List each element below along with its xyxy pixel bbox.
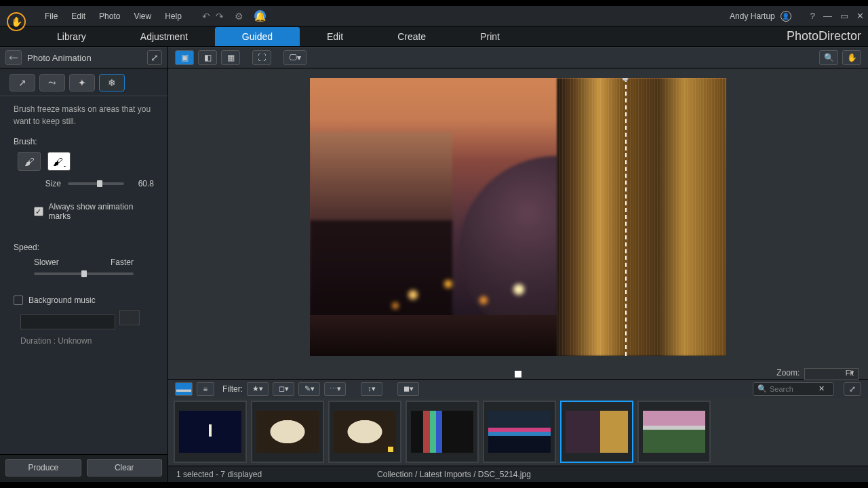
tab-library[interactable]: Library <box>30 27 113 46</box>
thumbnail-selected[interactable] <box>560 401 633 463</box>
thumbnail[interactable] <box>328 401 401 463</box>
search-input[interactable] <box>770 385 816 393</box>
view-compare-icon[interactable]: ◧ <box>198 50 217 65</box>
undo-icon[interactable]: ↶ <box>202 11 210 22</box>
help-icon[interactable]: ? <box>810 11 815 21</box>
motion-arrow-tool[interactable]: ↗ <box>9 74 35 92</box>
clear-button[interactable]: Clear <box>87 459 163 476</box>
strip-undock-icon[interactable]: ⤢ <box>844 382 861 396</box>
label-color-icon[interactable]: ◼▾ <box>397 382 419 396</box>
user-avatar-icon[interactable]: 👤 <box>781 11 791 22</box>
canvas-area[interactable] <box>168 68 868 365</box>
size-label: Size <box>34 179 61 188</box>
freeze-mask-divider[interactable] <box>625 78 627 356</box>
menu-view[interactable]: View <box>127 9 158 24</box>
panel-back-button[interactable]: 🡐 <box>5 50 22 65</box>
brush-add-button[interactable]: 🖌 <box>18 152 41 171</box>
thumbnail[interactable] <box>174 401 247 463</box>
thumbnail[interactable] <box>251 401 324 463</box>
filter-rating-icon[interactable]: ★▾ <box>247 382 269 396</box>
tab-print[interactable]: Print <box>453 27 527 46</box>
filter-label: Filter: <box>222 384 243 394</box>
motion-curve-tool[interactable]: ⤳ <box>39 74 65 92</box>
brush-erase-button[interactable]: 🖌 <box>47 152 71 171</box>
tool-instruction: Brush freeze masks on areas that you wan… <box>0 96 167 131</box>
zoom-tool-icon[interactable]: 🔍 <box>819 50 838 65</box>
tab-adjustment[interactable]: Adjustment <box>113 27 215 46</box>
search-icon: 🔍 <box>757 384 767 393</box>
anchor-tool[interactable]: ✦ <box>69 74 95 92</box>
app-brand: PhotoDirector <box>787 29 868 43</box>
filmstrip-toolbar: ▬▬ ≡ Filter: ★▾ ◻▾ ✎▾ ⋯▾ ↕▾ ◼▾ 🔍 ✕ ⤢ <box>168 379 868 398</box>
close-icon[interactable]: ✕ <box>856 11 864 21</box>
redo-icon[interactable]: ↷ <box>216 11 224 22</box>
thumbnail[interactable] <box>483 401 556 463</box>
show-marks-checkbox[interactable]: ✓ <box>34 207 43 216</box>
filter-edit-icon[interactable]: ✎▾ <box>298 382 320 396</box>
photo-preview[interactable] <box>310 78 726 356</box>
status-bar: 1 selected - 7 displayed Collection / La… <box>168 466 868 482</box>
sort-icon[interactable]: ↕▾ <box>361 382 382 396</box>
menu-help[interactable]: Help <box>158 9 189 24</box>
pan-tool-icon[interactable]: ✋ <box>842 50 861 65</box>
menu-file[interactable]: File <box>38 9 64 24</box>
view-secondary-display-icon[interactable]: 🖵▾ <box>283 50 307 65</box>
zoom-label: Zoom: <box>776 368 800 378</box>
speed-faster-label: Faster <box>111 258 134 267</box>
speed-label: Speed: <box>14 243 154 252</box>
size-value: 60.8 <box>131 179 154 188</box>
speed-slider[interactable] <box>34 272 134 275</box>
freeze-brush-tool[interactable]: ❄ <box>99 74 125 92</box>
size-slider[interactable] <box>68 182 124 185</box>
view-fullscreen-icon[interactable]: ⛶ <box>252 50 271 65</box>
tab-create[interactable]: Create <box>370 27 453 46</box>
speed-slower-label: Slower <box>34 258 59 267</box>
zoom-select[interactable]: Fit <box>804 368 859 380</box>
minimize-icon[interactable]: — <box>823 11 832 21</box>
bg-music-path-input <box>20 314 115 329</box>
bg-music-checkbox[interactable] <box>14 296 23 305</box>
search-box[interactable]: 🔍 ✕ <box>753 382 834 396</box>
view-single-icon[interactable]: ▣ <box>175 50 194 65</box>
right-area: ▣ ◧ ▦ ⛶ 🖵▾ 🔍 ✋ <box>168 47 868 482</box>
panel-title: Photo Animation <box>27 53 147 63</box>
settings-gear-icon[interactable]: ⚙ <box>235 11 243 22</box>
tab-edit[interactable]: Edit <box>300 27 370 46</box>
filter-flag-icon[interactable]: ◻▾ <box>273 382 294 396</box>
menu-photo[interactable]: Photo <box>92 9 127 24</box>
view-toolbar: ▣ ◧ ▦ ⛶ 🖵▾ 🔍 ✋ <box>168 47 868 68</box>
maximize-icon[interactable]: ▭ <box>840 11 848 21</box>
play-stop-button[interactable] <box>515 371 521 378</box>
bg-music-duration: Duration : Unknown <box>20 336 154 346</box>
menu-edit[interactable]: Edit <box>64 9 92 24</box>
thumbnail[interactable] <box>406 401 479 463</box>
mode-tabs: Library Adjustment Guided Edit Create Pr… <box>0 26 868 47</box>
produce-button[interactable]: Produce <box>5 459 81 476</box>
tab-guided[interactable]: Guided <box>215 27 300 46</box>
notification-bell-icon[interactable]: 🔔 <box>254 10 266 22</box>
filter-more-icon[interactable]: ⋯▾ <box>324 382 346 396</box>
user-name[interactable]: Andy Hartup <box>730 12 775 21</box>
menu-bar: File Edit Photo View Help ↶ ↷ ⚙ 🔔 Andy H… <box>0 6 868 26</box>
thumbnail[interactable] <box>637 401 711 463</box>
status-path: Collection / Latest Imports / DSC_5214.j… <box>377 470 531 479</box>
strip-view-large-icon[interactable]: ▬▬ <box>175 382 193 396</box>
bg-music-browse-button <box>119 310 140 325</box>
app-logo-icon <box>7 12 26 31</box>
filmstrip <box>168 398 868 466</box>
strip-view-list-icon[interactable]: ≡ <box>197 382 214 396</box>
bg-music-label: Background music <box>28 296 96 305</box>
show-marks-label: Always show animation marks <box>49 202 154 221</box>
left-panel: 🡐 Photo Animation ⤢ ↗ ⤳ ✦ ❄ Brush freeze… <box>0 47 168 482</box>
panel-undock-icon[interactable]: ⤢ <box>147 50 162 65</box>
status-selection: 1 selected - 7 displayed <box>176 470 262 479</box>
view-grid-icon[interactable]: ▦ <box>221 50 240 65</box>
brush-label: Brush: <box>14 137 154 146</box>
search-clear-icon[interactable]: ✕ <box>818 384 825 393</box>
